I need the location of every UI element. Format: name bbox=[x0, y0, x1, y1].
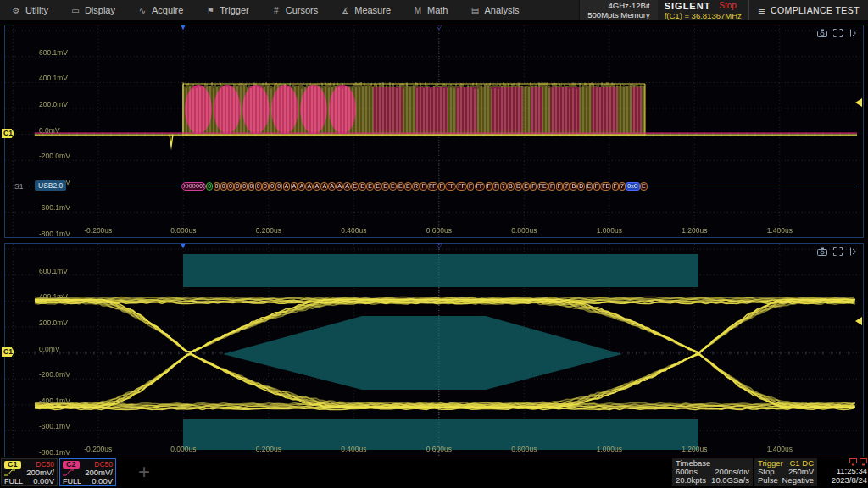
voltage-axis-label: 400.1mV bbox=[39, 292, 68, 301]
trigger-type: Pulse bbox=[758, 476, 778, 485]
decode-token: A bbox=[343, 182, 351, 191]
waveform-grid[interactable]: ▼ ▽ C1 S1 USB2.0 XXXXXX00000000000AAAAAA… bbox=[4, 25, 864, 238]
decode-token: 7 bbox=[500, 182, 507, 191]
decode-token: F bbox=[530, 182, 537, 191]
fullscreen-icon[interactable] bbox=[833, 29, 843, 37]
fullscreen-icon[interactable] bbox=[833, 247, 843, 256]
collapse-panel-icon[interactable] bbox=[849, 29, 857, 37]
menu-item-analysis[interactable]: ▤Analysis bbox=[459, 0, 530, 20]
acquisition-info-box[interactable]: 4GHz·12Bit 500Mpts Memory bbox=[579, 0, 657, 20]
decode-token: A bbox=[328, 182, 336, 191]
voltage-axis-label: -400.1mV bbox=[39, 396, 70, 405]
camera-icon[interactable] bbox=[817, 29, 827, 37]
datetime-box: 11:25:34 2023/8/24 bbox=[819, 458, 867, 486]
lan-icon[interactable] bbox=[860, 458, 867, 466]
decode-token: F bbox=[612, 182, 619, 191]
decode-token: 0 bbox=[241, 182, 248, 191]
timebase-box[interactable]: Timebase 600ns 200ns/div 20.0kpts 10.0GS… bbox=[672, 458, 753, 486]
trigger-box[interactable]: Trigger C1 DC Stop 250mV Pulse Negative bbox=[754, 458, 817, 486]
decode-token: FE bbox=[600, 182, 611, 191]
voltage-axis-label: -800.1mV bbox=[39, 448, 70, 457]
clock-date: 2023/8/24 bbox=[819, 475, 867, 485]
decode-token: 7 bbox=[619, 182, 626, 191]
decode-token: F bbox=[467, 182, 474, 191]
trigger-position-marker[interactable]: ▼ bbox=[180, 241, 187, 250]
eye-diagram-grid[interactable]: ▼ ▽ C1 600.1mV400.1mV200.0mV0.0mV-200.0m… bbox=[4, 243, 864, 458]
lan-icon[interactable] bbox=[849, 458, 857, 466]
decode-token: F bbox=[593, 182, 600, 191]
time-axis-label: 0.400us bbox=[341, 445, 366, 453]
eye-diagram-canvas bbox=[5, 244, 863, 457]
voltage-axis-label: -600.1mV bbox=[39, 422, 70, 430]
decode-token: E bbox=[351, 182, 359, 191]
decode-token: F bbox=[420, 182, 426, 191]
compliance-icon: ≣ bbox=[758, 5, 765, 16]
decode-token: FF bbox=[456, 182, 467, 191]
menu-label: Math bbox=[427, 5, 448, 15]
menu-item-math[interactable]: MMath bbox=[402, 0, 459, 20]
trigger-level-marker[interactable] bbox=[855, 317, 862, 325]
decode-token: A bbox=[291, 182, 298, 191]
decode-token: 0 bbox=[220, 182, 227, 191]
delay-reference-marker[interactable]: ▽ bbox=[437, 241, 442, 250]
decode-token: E bbox=[359, 182, 366, 191]
decode-token: E bbox=[586, 182, 593, 191]
compliance-test-button[interactable]: ≣ COMPLIANCE TEST bbox=[748, 0, 868, 20]
decode-token: A bbox=[298, 182, 305, 191]
menu-item-measure[interactable]: ∡Measure bbox=[329, 0, 402, 20]
menu-label: Trigger bbox=[220, 5, 248, 15]
trigger-position-marker[interactable]: ▼ bbox=[180, 23, 187, 31]
time-axis-label: -0.200us bbox=[84, 226, 112, 235]
channel2-bandwidth: FULL bbox=[63, 477, 81, 485]
frequency-counter: f(C1) = 36.81367MHz bbox=[665, 11, 742, 20]
decode-token: E bbox=[389, 182, 397, 191]
channel2-box[interactable]: C2 DC50 200mV/ FULL 0.00V bbox=[59, 458, 116, 486]
decode-token: F bbox=[548, 182, 555, 191]
acquisition-status[interactable]: Stop bbox=[719, 1, 737, 10]
time-axis-label: 1.200us bbox=[682, 445, 707, 453]
menu-item-utility[interactable]: ⚙Utility bbox=[0, 0, 59, 20]
grid-corner-icons bbox=[817, 247, 857, 256]
menu-item-trigger[interactable]: ⚑Trigger bbox=[194, 0, 259, 20]
channel1-offset: 0.00V bbox=[33, 477, 54, 485]
time-axis-label: 0.800us bbox=[511, 445, 537, 453]
add-channel-button[interactable]: + bbox=[131, 458, 157, 488]
menu-bar: ⚙Utility▭Display∿Acquire⚑Trigger#Cursors… bbox=[0, 0, 868, 21]
decode-token: A bbox=[313, 182, 320, 191]
network-status-icons bbox=[819, 458, 867, 466]
brand-logo: SIGLENT bbox=[665, 1, 711, 11]
decode-token: B bbox=[507, 182, 515, 191]
menu-label: Analysis bbox=[484, 5, 519, 15]
voltage-axis-label: 600.1mV bbox=[39, 267, 68, 275]
time-axis-label: 0.200us bbox=[256, 226, 281, 235]
collapse-panel-icon[interactable] bbox=[849, 247, 857, 256]
menu-label: Acquire bbox=[152, 5, 183, 15]
menu-label: Measure bbox=[354, 5, 391, 15]
decode-token: E bbox=[640, 182, 648, 191]
decode-token: F bbox=[438, 182, 445, 191]
decode-token: A bbox=[305, 182, 313, 191]
time-axis-label: 1.000us bbox=[597, 226, 622, 235]
decode-bus-badge[interactable]: USB2.0 bbox=[35, 180, 66, 191]
decode-token: R bbox=[412, 182, 420, 191]
decode-token: 0 bbox=[227, 182, 234, 191]
voltage-axis-label: 200.0mV bbox=[39, 319, 68, 327]
channel2-offset: 0.00V bbox=[92, 477, 113, 485]
trigger-level-marker[interactable] bbox=[855, 98, 862, 107]
menu-label: Display bbox=[85, 5, 115, 15]
menu-item-display[interactable]: ▭Display bbox=[59, 0, 126, 20]
channel1-box[interactable]: C1 DC50 200mV/ FULL 0.00V bbox=[1, 458, 58, 486]
decode-token: 0 bbox=[206, 182, 213, 191]
channel1-badge: C1 bbox=[4, 461, 21, 469]
decode-token: A bbox=[336, 182, 343, 191]
camera-icon[interactable] bbox=[817, 247, 827, 256]
decode-token: XXXXXX bbox=[181, 182, 206, 191]
memory-depth: 500Mpts Memory bbox=[587, 10, 649, 19]
display-area: ▼ ▽ C1 S1 USB2.0 XXXXXX00000000000AAAAAA… bbox=[0, 20, 868, 458]
delay-reference-marker[interactable]: ▽ bbox=[437, 23, 442, 31]
menu-item-cursors[interactable]: #Cursors bbox=[260, 0, 330, 20]
time-axis-label: 0.600us bbox=[426, 445, 452, 453]
acquire-icon: ∿ bbox=[137, 6, 147, 15]
menu-item-acquire[interactable]: ∿Acquire bbox=[126, 0, 194, 20]
decode-token: 7 bbox=[563, 182, 570, 191]
